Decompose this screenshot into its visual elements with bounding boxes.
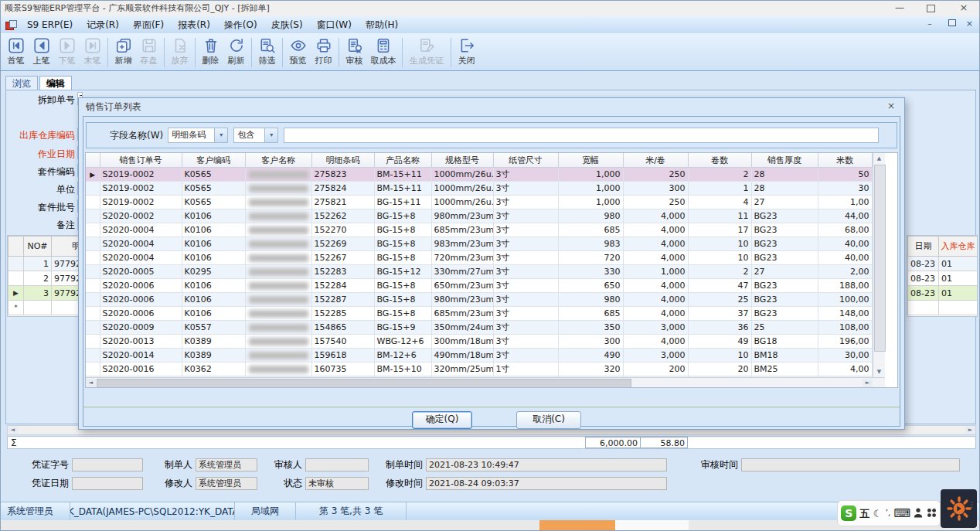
toolbar-button[interactable]: 生成凭证: [405, 34, 448, 70]
cancel-button[interactable]: 取消(C): [516, 411, 581, 429]
footer-field-value[interactable]: 2021-08-23 10:49:47: [426, 458, 667, 471]
filter-keyword-input[interactable]: [284, 128, 879, 143]
grid-column-header[interactable]: 客户名称: [245, 153, 311, 168]
scroll-right-icon[interactable]: ►: [965, 426, 975, 434]
toolbar-button[interactable]: [448, 36, 454, 67]
scroll-down-icon[interactable]: ▼: [873, 366, 885, 377]
grid-column-header[interactable]: 明细条码: [311, 153, 374, 168]
taskbar-button[interactable]: [615, 520, 689, 531]
detail-grid-row[interactable]: 08-23 01: [908, 286, 978, 301]
menu-item[interactable]: 皮肤(S): [264, 16, 310, 33]
toolbar-button[interactable]: 存盘: [136, 34, 162, 70]
col-header-no[interactable]: NO#: [24, 237, 52, 257]
sogou-logo-icon[interactable]: S: [841, 505, 856, 521]
toolbar-button[interactable]: 打印: [311, 34, 336, 70]
sales-order-row[interactable]: S2020-0013 K0389 157540 WBG-12+6 300mm/1…: [86, 335, 872, 349]
menu-item[interactable]: 帮助(H): [359, 16, 405, 33]
detail-grid-row[interactable]: 08-23 01: [908, 257, 978, 271]
toolbar-button[interactable]: 删除: [198, 34, 223, 70]
sales-order-row[interactable]: S2020-0014 K0389 159618 BM-12+6 490mm/18…: [86, 349, 872, 363]
menu-item[interactable]: 报表(R): [171, 16, 217, 33]
toolbar-button[interactable]: 新增: [111, 34, 136, 70]
tab[interactable]: 浏览: [5, 76, 38, 90]
grid-vscrollbar[interactable]: ▲ ▼: [873, 153, 885, 377]
toolbar-button[interactable]: 预览: [285, 34, 311, 70]
menu-item[interactable]: 界面(F): [126, 16, 171, 33]
toolbox-icon[interactable]: [927, 508, 937, 519]
dialog-close-button[interactable]: ×: [885, 100, 897, 112]
grid-column-header[interactable]: 卷数: [688, 153, 751, 168]
sales-order-row[interactable]: S2020-0004 K0106 152267 BG-15+8 720mm/23…: [86, 251, 872, 265]
toolbar-button[interactable]: 上笔: [29, 34, 54, 70]
toolbar-button[interactable]: [105, 36, 111, 67]
menu-item[interactable]: S9 ERP(E): [20, 16, 80, 33]
mdi-close-button[interactable]: ×: [966, 19, 973, 29]
footer-field-value[interactable]: 2021-08-24 09:03:37: [426, 477, 667, 490]
sales-order-row[interactable]: S2019-0002 K0565 275821 BG-15+11 1000mm/…: [86, 196, 872, 209]
grid-column-header[interactable]: 宽幅: [558, 153, 623, 168]
sales-order-row[interactable]: S2020-0002 K0106 152262 BG-15+8 980mm/23…: [86, 209, 872, 223]
scroll-left-icon[interactable]: ◄: [8, 426, 18, 434]
filter-operator-combo[interactable]: 包含 ▾: [233, 128, 278, 143]
grid-hscrollbar[interactable]: ◄ ►: [86, 377, 885, 387]
assistant-widget[interactable]: ⋮: [941, 489, 977, 528]
sales-order-row[interactable]: S2020-0004 K0106 152270 BG-15+8 685mm/23…: [86, 223, 872, 237]
chevron-down-icon[interactable]: ▾: [214, 128, 227, 142]
detail-grid-row[interactable]: [908, 301, 978, 315]
tab[interactable]: 编辑: [39, 76, 72, 90]
toolbar-button[interactable]: 放弃: [167, 34, 192, 70]
window-maximize-button[interactable]: [917, 1, 944, 16]
grid-column-header[interactable]: 规格型号: [431, 153, 493, 168]
footer-field-value[interactable]: [741, 458, 960, 471]
toolbar-button[interactable]: 筛选: [254, 34, 280, 70]
sales-order-row[interactable]: S2019-0002 K0565 275824 BM-15+11 1000mm/…: [86, 182, 872, 196]
col-header-warehouse[interactable]: 入库仓库: [939, 237, 978, 257]
filter-field-combo[interactable]: 明细条码 ▾: [168, 128, 228, 143]
ok-button[interactable]: 确定(Q): [412, 411, 472, 429]
menu-item[interactable]: 窗口(W): [310, 16, 359, 33]
grid-column-header[interactable]: 纸管尺寸: [493, 153, 558, 168]
toolbar-button[interactable]: 关闭: [454, 34, 479, 70]
scroll-left-icon[interactable]: ◄: [86, 379, 96, 387]
grid-column-header[interactable]: 米/卷: [623, 153, 688, 168]
grid-column-header[interactable]: 米数: [818, 153, 872, 168]
wubi-mode-icon[interactable]: 五: [860, 509, 870, 519]
sales-order-row[interactable]: S2020-0005 K0295 152283 BG-15+12 330mm/2…: [86, 265, 872, 279]
toolbar-button[interactable]: [192, 36, 198, 67]
sales-order-row[interactable]: S2020-0009 K0557 154865 BG-15+9 350mm/24…: [86, 321, 872, 335]
sales-order-row[interactable]: S2020-0006 K0106 152287 BG-15+8 980mm/23…: [86, 293, 872, 307]
toolbar-button[interactable]: [336, 36, 342, 67]
person-icon[interactable]: [914, 508, 923, 519]
detail-grid-row[interactable]: ▶ 3 97792: [9, 286, 82, 301]
toolbar-button[interactable]: 首笔: [3, 34, 29, 70]
detail-grid-row[interactable]: 1 97792: [9, 257, 82, 271]
sales-order-row[interactable]: S2020-0006 K0106 152285 BG-15+8 685mm/23…: [86, 307, 872, 321]
toolbar-button[interactable]: 下笔: [54, 34, 80, 70]
detail-grid-row[interactable]: *: [9, 301, 82, 315]
window-close-button[interactable]: ×: [950, 1, 978, 16]
mdi-restore-button[interactable]: [941, 19, 956, 29]
toolbar-button[interactable]: [280, 36, 285, 67]
grid-column-header[interactable]: 销售订单号: [100, 153, 182, 168]
menu-item[interactable]: 记录(R): [80, 16, 126, 33]
keyboard-icon[interactable]: ⌨: [893, 508, 910, 519]
menu-item[interactable]: 操作(O): [217, 16, 264, 33]
punctuation-icon[interactable]: ’,: [886, 509, 890, 517]
detail-grid-row[interactable]: 08-23 01: [908, 271, 978, 286]
col-header-detail[interactable]: 明: [52, 237, 82, 257]
col-header-date[interactable]: 日期: [908, 237, 939, 257]
scroll-up-icon[interactable]: ▲: [873, 153, 885, 164]
toolbar-button[interactable]: [162, 36, 167, 67]
sales-order-row[interactable]: S2020-0016 K0362 160735 BM-15+10 320mm/2…: [86, 363, 872, 376]
grid-column-header[interactable]: 销售厚度: [751, 153, 818, 168]
sales-order-row[interactable]: S2020-0006 K0106 152284 BG-15+8 650mm/23…: [86, 279, 872, 293]
detail-grid-row[interactable]: 2 97792: [9, 271, 82, 286]
grid-column-header[interactable]: 客户编码: [182, 153, 245, 168]
window-minimize-button[interactable]: —: [886, 1, 913, 16]
scroll-right-icon[interactable]: ►: [863, 379, 873, 387]
vscroll-thumb[interactable]: [874, 165, 886, 352]
toolbar-button[interactable]: [249, 36, 254, 67]
mdi-minimize-button[interactable]: –: [927, 19, 932, 29]
hscroll-thumb[interactable]: [97, 379, 631, 388]
sales-order-row[interactable]: ▶ S2019-0002 K0565 275823 BM-15+11 1000m…: [86, 168, 872, 182]
